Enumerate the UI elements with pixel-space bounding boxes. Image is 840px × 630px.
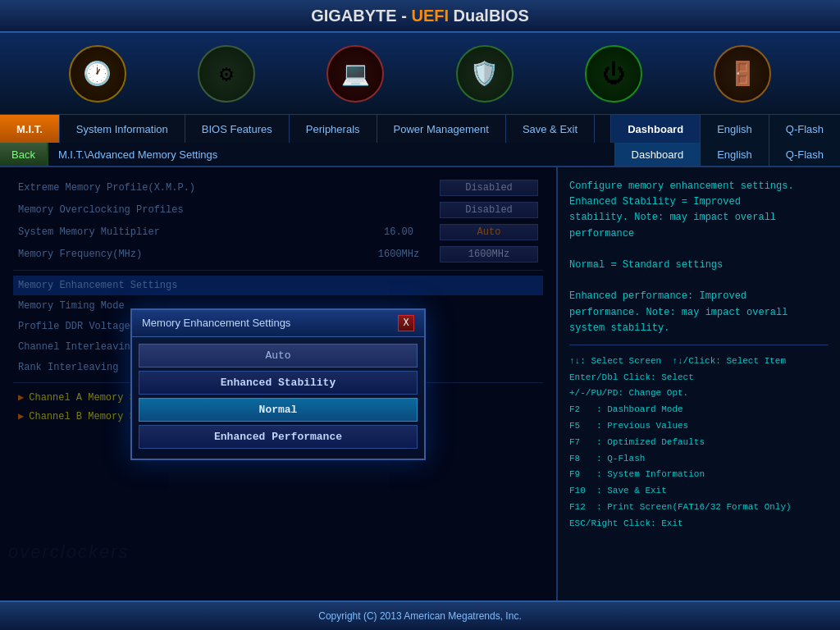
help-divider (569, 345, 829, 345)
right-panel: Configure memory enhancement settings.En… (558, 167, 840, 600)
memory-enhancement-modal: Memory Enhancement Settings X Auto Enhan… (130, 308, 426, 460)
breadcrumb-row: Back M.I.T.\Advanced Memory Settings Das… (0, 143, 840, 167)
tab-save-exit[interactable]: Save & Exit (506, 115, 595, 143)
breadcrumb: M.I.T.\Advanced Memory Settings (48, 148, 217, 161)
modal-title: Memory Enhancement Settings (142, 317, 290, 329)
shield-icon: 🛡️ (456, 45, 514, 103)
tab-right-group: Dashboard English Q-Flash (610, 115, 840, 143)
qflash-button[interactable]: Q-Flash (769, 143, 840, 166)
header: GIGABYTE - UEFI DualBIOS (0, 0, 840, 33)
title-suffix: DualBIOS (449, 7, 529, 25)
tab-mit[interactable]: M.I.T. (0, 115, 60, 143)
modal-option-enhanced-performance[interactable]: Enhanced Performance (139, 425, 418, 449)
help-text: Configure memory enhancement settings.En… (569, 179, 829, 336)
left-panel: Extreme Memory Profile(X.M.P.) Disabled … (0, 167, 558, 600)
back-button[interactable]: Back (0, 143, 48, 166)
bios-features-icon-item[interactable]: 💻 (326, 45, 384, 103)
breadcrumb-right-group: Dashboard English Q-Flash (614, 143, 840, 166)
peripherals-icon-item[interactable]: 🛡️ (456, 45, 514, 103)
keys-text: ↑↓: Select Screen ↑↓/Click: Select Item … (569, 354, 829, 532)
main-content: Extreme Memory Profile(X.M.P.) Disabled … (0, 167, 840, 600)
system-info-icon-item[interactable]: ⚙️ (198, 45, 255, 103)
top-icon-bar: 🕐 ⚙️ 💻 🛡️ ⏻ 🚪 (0, 33, 840, 115)
tab-power-management[interactable]: Power Management (377, 115, 506, 143)
save-exit-icon-item[interactable]: 🚪 (714, 45, 771, 103)
exit-icon: 🚪 (714, 45, 771, 103)
tab-bios-features[interactable]: BIOS Features (185, 115, 290, 143)
header-title: GIGABYTE - UEFI DualBIOS (311, 7, 529, 25)
footer: Copyright (C) 2013 American Megatrends, … (0, 600, 840, 630)
tab-peripherals[interactable]: Peripherals (290, 115, 377, 143)
english-button[interactable]: English (700, 143, 769, 166)
speedometer-icon: 🕐 (69, 45, 126, 103)
title-prefix: GIGABYTE - (311, 7, 411, 25)
footer-text: Copyright (C) 2013 American Megatrends, … (318, 610, 521, 622)
chip-icon: 💻 (326, 45, 384, 103)
modal-body: Auto Enhanced Stability Normal Enhanced … (132, 337, 424, 459)
modal-option-normal[interactable]: Normal (139, 398, 418, 422)
dashboard-button[interactable]: Dashboard (614, 143, 701, 166)
tab-navigation: M.I.T. System Information BIOS Features … (0, 115, 840, 143)
tab-qflash[interactable]: Q-Flash (769, 115, 840, 143)
power-icon: ⏻ (585, 45, 642, 103)
tab-dashboard[interactable]: Dashboard (610, 115, 700, 143)
modal-close-button[interactable]: X (398, 315, 414, 331)
tab-system-information[interactable]: System Information (60, 115, 185, 143)
modal-option-auto[interactable]: Auto (139, 344, 418, 368)
modal-overlay: Memory Enhancement Settings X Auto Enhan… (0, 167, 556, 600)
gear-icon: ⚙️ (198, 45, 255, 103)
mit-icon-item[interactable]: 🕐 (69, 45, 126, 103)
tab-english[interactable]: English (700, 115, 769, 143)
title-uefi: UEFI (411, 7, 449, 25)
modal-header: Memory Enhancement Settings X (132, 310, 424, 337)
modal-option-enhanced-stability[interactable]: Enhanced Stability (139, 371, 418, 395)
power-management-icon-item[interactable]: ⏻ (585, 45, 642, 103)
